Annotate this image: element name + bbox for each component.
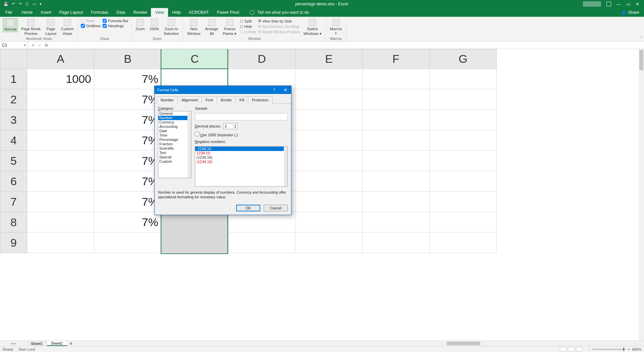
row-header-5[interactable]: 5 [0,151,27,171]
account-badge[interactable] [583,1,601,7]
ruler-checkbox[interactable]: Ruler [81,19,101,23]
sheet-nav[interactable]: ◂ ▸ [0,341,27,346]
row-header-6[interactable]: 6 [0,171,27,192]
category-date[interactable]: Date [158,129,191,133]
unhide-button[interactable]: ▢ Unhide [240,30,256,34]
confirm-entry-icon[interactable]: ✓ [38,43,42,48]
macros-button[interactable]: Macros▾ [329,18,343,36]
sheet-tab-sheet1[interactable]: Sheet1 [27,341,47,346]
formula-bar-checkbox[interactable]: Formula Bar [103,19,128,23]
negative-scrollbar[interactable] [284,147,287,186]
row-header-9[interactable]: 9 [0,233,27,253]
cell-B8[interactable]: 7% [94,212,161,233]
decimal-places-input[interactable] [223,124,233,128]
spinner-arrows[interactable]: ▲▼ [233,124,237,129]
sheet-tab-sheet2[interactable]: Sheet2 [47,341,67,346]
cell-A7[interactable] [27,192,94,212]
zoom-button[interactable]: Zoom [134,18,146,32]
cell-B7[interactable]: 7% [94,192,161,212]
cell-G5[interactable] [430,151,497,171]
row-header-8[interactable]: 8 [0,212,27,233]
cell-E7[interactable] [296,192,363,212]
hide-button[interactable]: ▢ Hide [240,24,256,29]
dialog-tab-alignment[interactable]: Alignment [177,96,202,104]
category-listbox[interactable]: General Number Currency Accounting Date … [158,111,192,178]
split-button[interactable]: ▢ Split [240,19,256,23]
cell-B2[interactable]: 7% [94,89,161,110]
cell-E9[interactable] [296,233,363,253]
category-general[interactable]: General [158,111,191,116]
zoom-in-button[interactable]: + [628,347,630,351]
zoom-slider-thumb[interactable] [623,348,624,351]
cell-A9[interactable] [27,233,94,253]
dialog-tab-border[interactable]: Border [217,96,236,104]
tab-acrobat[interactable]: ACROBAT [185,8,213,17]
category-custom[interactable]: Custom [158,159,191,164]
cell-A2[interactable] [27,89,94,110]
zoom-100-button[interactable]: 100% [148,18,160,32]
tab-insert[interactable]: Insert [37,8,55,17]
cell-B3[interactable]: 7% [94,110,161,130]
col-header-D[interactable]: D [228,49,296,69]
page-break-shortcut-icon[interactable] [576,347,583,351]
col-header-A[interactable]: A [27,49,94,69]
custom-views-button[interactable]: Custom Views [60,18,75,36]
negative-option-1[interactable]: 1234.10 [195,151,287,155]
maximize-icon[interactable]: ▭ [626,2,630,7]
new-sheet-button[interactable]: ⊕ [67,341,75,346]
tab-help[interactable]: Help [168,8,185,17]
cell-G1[interactable] [430,69,497,89]
cell-B5[interactable]: 7% [94,151,161,171]
cell-F5[interactable] [363,151,430,171]
redo-icon[interactable]: ↷ [18,2,22,6]
vertical-scrollbar[interactable] [639,49,644,341]
cell-F2[interactable] [363,89,430,110]
ok-button[interactable]: OK [236,205,260,211]
category-text[interactable]: Text [158,151,191,155]
col-header-E[interactable]: E [296,49,363,69]
cell-G2[interactable] [430,89,497,110]
cell-E4[interactable] [296,130,363,151]
row-header-2[interactable]: 2 [0,89,27,110]
category-number[interactable]: Number [158,116,191,120]
cell-E6[interactable] [296,171,363,192]
col-header-G[interactable]: G [430,49,497,69]
dialog-close-button[interactable]: ✕ [280,86,291,94]
cell-A8[interactable] [27,212,94,233]
cell-F4[interactable] [363,130,430,151]
category-percentage[interactable]: Percentage [158,138,191,142]
tell-me[interactable]: Tell me what you want to do [243,8,309,17]
category-special[interactable]: Special [158,155,191,159]
headings-checkbox[interactable]: Headings [103,24,128,28]
page-layout-button[interactable]: Page Layout [44,18,58,36]
zoom-to-selection-button[interactable]: Zoom toSelection [162,18,180,36]
cell-G7[interactable] [430,192,497,212]
zoom-out-button[interactable]: − [588,347,590,351]
dialog-tab-protection[interactable]: Protection [248,96,273,104]
category-scientific[interactable]: Scientific [158,146,191,151]
select-all-corner[interactable] [0,49,27,69]
row-header-3[interactable]: 3 [0,110,27,130]
row-header-4[interactable]: 4 [0,130,27,151]
negative-option-3[interactable]: (1234.10) [195,160,287,164]
cell-F7[interactable] [363,192,430,212]
cell-E3[interactable] [296,110,363,130]
thousand-separator-checkbox[interactable]: Use 1000 Separator (,) [195,132,238,137]
cell-G6[interactable] [430,171,497,192]
tab-formulas[interactable]: Formulas [87,8,112,17]
row-header-1[interactable]: 1 [0,69,27,89]
cell-F6[interactable] [363,171,430,192]
col-header-F[interactable]: F [363,49,430,69]
negative-option-2[interactable]: (1234.10) [195,155,287,160]
fx-icon[interactable]: fx [45,43,48,48]
cell-G9[interactable] [430,233,497,253]
category-fraction[interactable]: Fraction [158,142,191,146]
cell-D9[interactable] [228,233,296,253]
cell-E8[interactable] [296,212,363,233]
dialog-tab-fill[interactable]: Fill [235,96,248,104]
cell-A1[interactable]: 1000 [27,69,94,89]
cell-A4[interactable] [27,130,94,151]
cell-E1[interactable] [296,69,363,89]
new-file-icon[interactable]: 🗋 [25,2,29,6]
cell-B1[interactable]: 7% [94,69,161,89]
